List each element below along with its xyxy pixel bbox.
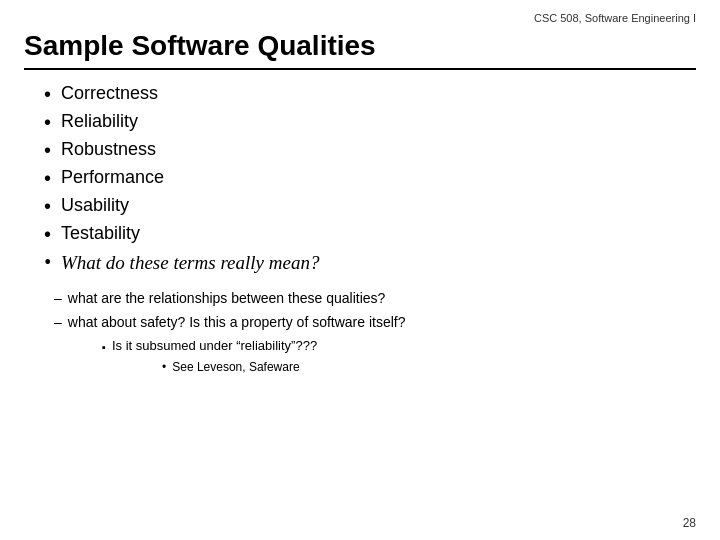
title-divider	[24, 68, 696, 70]
bullet-icon: •	[44, 108, 51, 136]
dash-text: what about safety? Is this a property of…	[68, 311, 406, 335]
dash-text: what are the relationships between these…	[68, 287, 386, 311]
bullet-icon: •	[44, 192, 51, 220]
sub-sub-section: • See Leveson, Safeware	[162, 357, 696, 377]
sub-section: – what are the relationships between the…	[54, 287, 696, 377]
list-item: • Testability	[44, 220, 696, 248]
sub-dash-section: ▪ Is it subsumed under “reliability”??? …	[102, 335, 696, 377]
bullet-text: Reliability	[61, 108, 138, 136]
sub-dash-text: Is it subsumed under “reliability”???	[112, 335, 317, 357]
square-icon: ▪	[102, 338, 106, 357]
bullet-text-italic: What do these terms really mean?	[61, 248, 319, 277]
list-item: • Reliability	[44, 108, 696, 136]
sub-sub-item: • See Leveson, Safeware	[162, 357, 696, 377]
course-header: CSC 508, Software Engineering I	[24, 12, 696, 24]
bullet-icon: •	[44, 220, 51, 248]
list-item: • Usability	[44, 192, 696, 220]
bullet-list: • Correctness • Reliability • Robustness…	[44, 80, 696, 277]
page-number: 28	[683, 516, 696, 530]
bullet-icon: •	[44, 164, 51, 192]
slide: CSC 508, Software Engineering I Sample S…	[0, 0, 720, 540]
list-item: • Robustness	[44, 136, 696, 164]
bullet-icon: •	[44, 136, 51, 164]
bullet-text: Testability	[61, 220, 140, 248]
bullet-icon: •	[44, 248, 51, 276]
list-item-italic: • What do these terms really mean?	[44, 248, 696, 277]
slide-title: Sample Software Qualities	[24, 30, 696, 62]
list-item: • Performance	[44, 164, 696, 192]
bullet-text: Usability	[61, 192, 129, 220]
sub-dash-item: ▪ Is it subsumed under “reliability”???	[102, 335, 696, 357]
dash-icon: –	[54, 287, 62, 311]
bullet-small: •	[162, 357, 166, 377]
dash-item-2: – what about safety? Is this a property …	[54, 311, 696, 335]
bullet-text: Robustness	[61, 136, 156, 164]
dash-item-1: – what are the relationships between the…	[54, 287, 696, 311]
sub-sub-text: See Leveson, Safeware	[172, 357, 299, 377]
list-item: • Correctness	[44, 80, 696, 108]
dash-icon: –	[54, 311, 62, 335]
bullet-text: Performance	[61, 164, 164, 192]
bullet-text: Correctness	[61, 80, 158, 108]
bullet-icon: •	[44, 80, 51, 108]
